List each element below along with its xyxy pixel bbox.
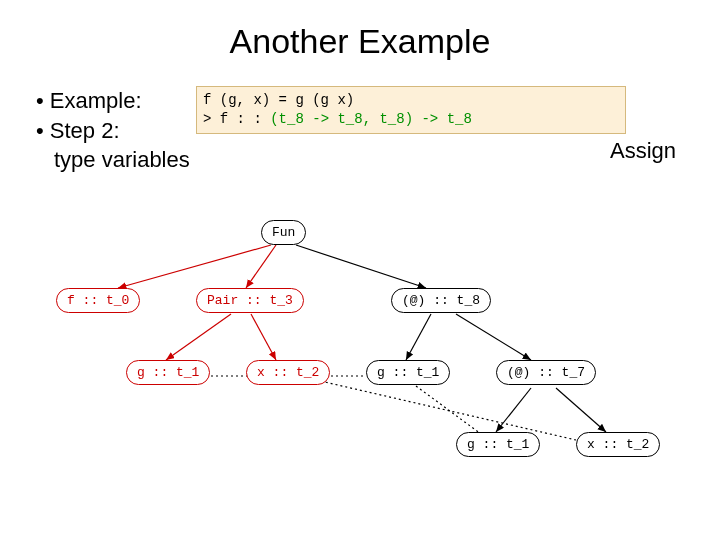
svg-line-4 bbox=[251, 314, 276, 360]
bullet-example: Example: bbox=[36, 86, 190, 116]
node-fun: Fun bbox=[261, 220, 306, 245]
type-tree-diagram: Fun f :: t_0 Pair :: t_3 (@) :: t_8 g ::… bbox=[36, 220, 684, 490]
svg-line-10 bbox=[316, 380, 576, 440]
node-g-right-upper: g :: t_1 bbox=[366, 360, 450, 385]
svg-line-7 bbox=[496, 388, 531, 432]
node-g-left: g :: t_1 bbox=[126, 360, 210, 385]
code-box: f (g, x) = g (g x) > f : : (t_8 -> t_8, … bbox=[196, 86, 626, 134]
svg-line-8 bbox=[556, 388, 606, 432]
svg-line-3 bbox=[166, 314, 231, 360]
node-g-right-lower: g :: t_1 bbox=[456, 432, 540, 457]
code-line-1: f (g, x) = g (g x) bbox=[203, 92, 354, 108]
node-app-t8: (@) :: t_8 bbox=[391, 288, 491, 313]
slide-title: Another Example bbox=[0, 0, 720, 77]
svg-line-0 bbox=[118, 245, 271, 288]
svg-line-11 bbox=[416, 386, 481, 434]
node-x-left: x :: t_2 bbox=[246, 360, 330, 385]
svg-line-1 bbox=[246, 245, 276, 288]
node-app-t7: (@) :: t_7 bbox=[496, 360, 596, 385]
bullet-typevars: type variables bbox=[36, 145, 190, 175]
node-x-right-lower: x :: t_2 bbox=[576, 432, 660, 457]
assign-label: Assign bbox=[610, 138, 676, 164]
node-f: f :: t_0 bbox=[56, 288, 140, 313]
svg-line-6 bbox=[456, 314, 531, 360]
node-pair: Pair :: t_3 bbox=[196, 288, 304, 313]
bullet-list: Example: Step 2: type variables bbox=[36, 86, 190, 175]
svg-line-5 bbox=[406, 314, 431, 360]
code-line-2-type: (t_8 -> t_8, t_8) -> t_8 bbox=[270, 111, 472, 127]
bullet-step2: Step 2: bbox=[36, 116, 190, 146]
svg-line-2 bbox=[296, 245, 426, 288]
code-line-2-prefix: > f : : bbox=[203, 111, 270, 127]
